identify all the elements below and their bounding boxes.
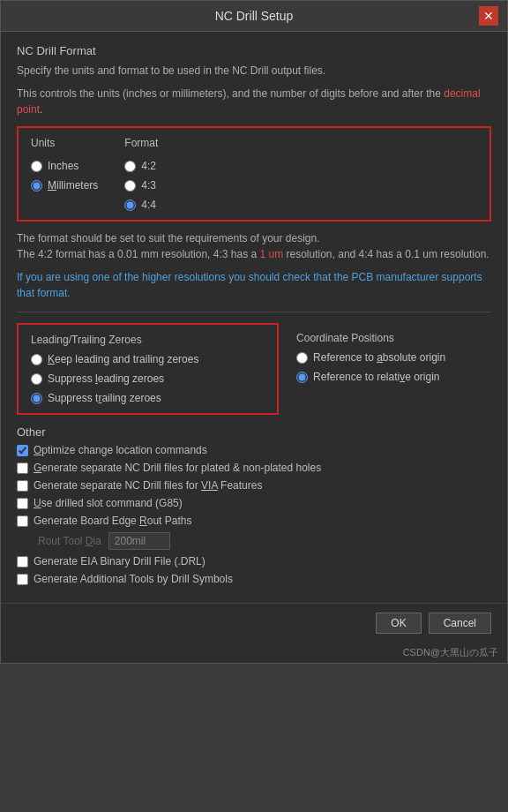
format-label: Format xyxy=(124,137,158,149)
format-44-option[interactable]: 4:4 xyxy=(124,199,158,211)
units-inches-option[interactable]: Inches xyxy=(31,160,98,172)
units-mm-option[interactable]: Millimeters xyxy=(31,179,98,192)
additional-tools-label: Generate Additional Tools by Drill Symbo… xyxy=(34,573,233,585)
format-44-radio[interactable] xyxy=(124,199,136,211)
dialog-content: NC Drill Format Specify the units and fo… xyxy=(1,32,507,603)
format-42-option[interactable]: 4:2 xyxy=(124,160,158,172)
zeroes-coords-row: Leading/Trailing Zeroes Keep leading and… xyxy=(17,323,491,415)
keep-zeroes-radio[interactable] xyxy=(31,354,42,365)
close-button[interactable]: ✕ xyxy=(479,6,498,26)
format-44-label: 4:4 xyxy=(141,199,156,211)
separate-via-label: Generate separate NC Drill files for VIA… xyxy=(34,479,262,492)
suppress-leading-radio[interactable] xyxy=(31,373,42,385)
coords-box: Coordinate Positions Reference to absolu… xyxy=(296,323,491,415)
units-inches-label: Inches xyxy=(48,160,78,172)
cancel-button[interactable]: Cancel xyxy=(429,613,491,634)
decimal-highlight: decimal point xyxy=(17,87,481,116)
relative-origin-option[interactable]: Reference to relative origin xyxy=(296,371,491,383)
nc-drill-desc4: If you are using one of the higher resol… xyxy=(17,269,491,301)
keep-zeroes-option[interactable]: Keep leading and trailing zeroes xyxy=(31,353,265,365)
board-edge-rout-checkbox-row[interactable]: Generate Board Edge Rout Paths xyxy=(17,515,491,527)
absolute-origin-label: Reference to absolute origin xyxy=(313,351,445,364)
rout-tool-input[interactable] xyxy=(108,532,170,550)
format-43-radio[interactable] xyxy=(124,180,136,192)
divider1 xyxy=(17,312,491,312)
suppress-trailing-label: Suppress trailing zeroes xyxy=(48,392,161,404)
separate-via-checkbox-row[interactable]: Generate separate NC Drill files for VIA… xyxy=(17,479,491,492)
suppress-leading-option[interactable]: Suppress leading zeroes xyxy=(31,372,265,385)
other-title: Other xyxy=(17,425,491,439)
format-43-label: 4:3 xyxy=(141,179,156,192)
rout-tool-row: Rout Tool Dia xyxy=(38,532,491,550)
format-column: Format 4:2 4:3 4:4 xyxy=(124,137,158,211)
separate-plated-label: Generate separate NC Drill files for pla… xyxy=(34,462,321,474)
drilled-slot-checkbox[interactable] xyxy=(17,498,28,509)
watermark: CSDN@大黑山の瓜子 xyxy=(1,643,507,663)
board-edge-rout-checkbox[interactable] xyxy=(17,515,28,527)
eia-binary-label: Generate EIA Binary Drill File (.DRL) xyxy=(34,555,205,568)
keep-zeroes-label: Keep leading and trailing zeroes xyxy=(48,353,198,365)
1um-highlight: 1 um xyxy=(259,248,283,260)
optimize-label: Optimize change location commands xyxy=(34,444,207,456)
dialog-title: NC Drill Setup xyxy=(29,9,479,23)
suppress-leading-label: Suppress leading zeroes xyxy=(48,372,164,385)
units-inches-radio[interactable] xyxy=(31,161,42,172)
coords-title: Coordinate Positions xyxy=(296,332,491,344)
dialog-footer: OK Cancel xyxy=(1,603,507,643)
zeroes-box: Leading/Trailing Zeroes Keep leading and… xyxy=(17,323,279,415)
format-42-radio[interactable] xyxy=(124,161,136,172)
units-format-box: Units Inches Millimeters Format 4 xyxy=(17,126,491,222)
separate-via-checkbox[interactable] xyxy=(17,480,28,492)
eia-binary-checkbox-row[interactable]: Generate EIA Binary Drill File (.DRL) xyxy=(17,555,491,568)
ok-button[interactable]: OK xyxy=(376,613,421,634)
title-bar: NC Drill Setup ✕ xyxy=(1,1,507,32)
additional-tools-checkbox[interactable] xyxy=(17,574,28,585)
nc-drill-format-section: NC Drill Format Specify the units and fo… xyxy=(17,44,491,301)
board-edge-rout-label: Generate Board Edge Rout Paths xyxy=(34,515,191,527)
eia-binary-checkbox[interactable] xyxy=(17,556,28,568)
units-column: Units Inches Millimeters xyxy=(31,137,98,211)
format-42-label: 4:2 xyxy=(141,160,156,172)
optimize-checkbox-row[interactable]: Optimize change location commands xyxy=(17,444,491,456)
format-43-option[interactable]: 4:3 xyxy=(124,179,158,192)
units-label: Units xyxy=(31,137,98,149)
absolute-origin-option[interactable]: Reference to absolute origin xyxy=(296,351,491,364)
separate-plated-checkbox-row[interactable]: Generate separate NC Drill files for pla… xyxy=(17,462,491,474)
optimize-checkbox[interactable] xyxy=(17,445,28,456)
other-section: Other Optimize change location commands … xyxy=(17,425,491,585)
nc-drill-desc3: The format should be set to suit the req… xyxy=(17,230,491,262)
units-mm-label: Millimeters xyxy=(48,179,98,192)
relative-origin-label: Reference to relative origin xyxy=(313,371,439,383)
nc-drill-desc1: Specify the units and format to be used … xyxy=(17,63,491,79)
suppress-trailing-option[interactable]: Suppress trailing zeroes xyxy=(31,392,265,404)
zeroes-title: Leading/Trailing Zeroes xyxy=(31,334,265,346)
separate-plated-checkbox[interactable] xyxy=(17,462,28,474)
nc-drill-format-title: NC Drill Format xyxy=(17,44,491,57)
drilled-slot-label: Use drilled slot command (G85) xyxy=(34,497,183,509)
suppress-trailing-radio[interactable] xyxy=(31,393,42,404)
additional-tools-checkbox-row[interactable]: Generate Additional Tools by Drill Symbo… xyxy=(17,573,491,585)
nc-drill-setup-dialog: NC Drill Setup ✕ NC Drill Format Specify… xyxy=(0,0,508,664)
absolute-origin-radio[interactable] xyxy=(296,352,308,364)
drilled-slot-checkbox-row[interactable]: Use drilled slot command (G85) xyxy=(17,497,491,509)
nc-drill-desc2: This controls the units (inches or milli… xyxy=(17,86,491,117)
relative-origin-radio[interactable] xyxy=(296,372,308,383)
units-mm-radio[interactable] xyxy=(31,180,42,192)
rout-tool-label: Rout Tool Dia xyxy=(38,535,101,547)
